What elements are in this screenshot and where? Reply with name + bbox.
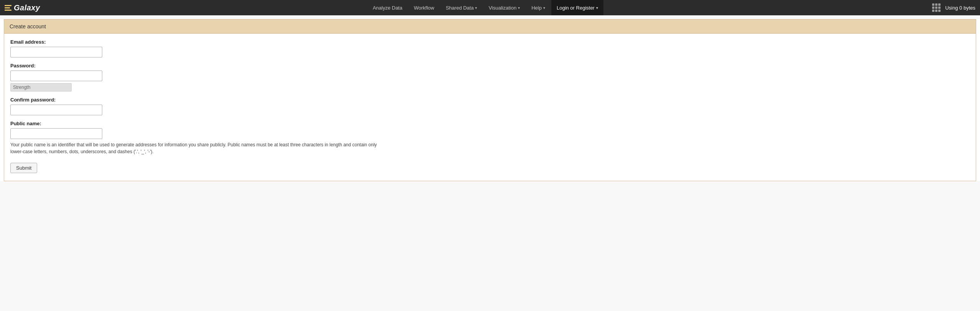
nav-login-register-label: Login or Register <box>557 5 595 11</box>
create-account-title: Create account <box>10 23 46 29</box>
confirm-password-input[interactable] <box>10 105 102 115</box>
public-name-label: Public name: <box>10 121 970 126</box>
nav-workflow-label: Workflow <box>414 5 434 11</box>
email-input[interactable] <box>10 47 102 57</box>
help-dropdown-icon: ▾ <box>543 6 545 10</box>
confirm-password-label: Confirm password: <box>10 97 970 103</box>
storage-usage: Using 0 bytes <box>945 5 975 11</box>
password-strength-label: Strength <box>13 85 30 90</box>
navbar-nav: Analyze Data Workflow Shared Data ▾ Visu… <box>40 0 931 15</box>
shared-data-dropdown-icon: ▾ <box>475 6 477 10</box>
nav-visualization-label: Visualization <box>488 5 516 11</box>
navbar-logo-section: Galaxy <box>5 3 40 12</box>
email-group: Email address: <box>10 39 970 57</box>
nav-help[interactable]: Help ▾ <box>526 0 551 15</box>
create-account-header: Create account <box>4 20 976 34</box>
navbar: Galaxy Analyze Data Workflow Shared Data… <box>0 0 980 15</box>
navbar-right-section: Using 0 bytes <box>931 2 975 13</box>
main-content: Create account Email address: Password: … <box>0 19 980 181</box>
create-account-panel: Create account Email address: Password: … <box>4 19 976 181</box>
password-label: Password: <box>10 63 970 69</box>
email-label: Email address: <box>10 39 970 45</box>
nav-shared-data-label: Shared Data <box>446 5 474 11</box>
nav-login-register[interactable]: Login or Register ▾ <box>551 0 603 15</box>
password-strength-bar: Strength <box>10 83 72 92</box>
nav-analyze-data[interactable]: Analyze Data <box>367 0 408 15</box>
galaxy-logo[interactable]: Galaxy <box>5 3 40 12</box>
confirm-password-group: Confirm password: <box>10 97 970 115</box>
submit-button[interactable]: Submit <box>10 163 37 173</box>
public-name-group: Public name: Your public name is an iden… <box>10 121 970 155</box>
nav-visualization[interactable]: Visualization ▾ <box>483 0 525 15</box>
app-grid-icon[interactable] <box>931 2 942 13</box>
public-name-hint: Your public name is an identifier that w… <box>10 141 386 155</box>
nav-shared-data[interactable]: Shared Data ▾ <box>440 0 482 15</box>
visualization-dropdown-icon: ▾ <box>518 6 520 10</box>
logo-bars-icon <box>5 5 11 11</box>
nav-help-label: Help <box>531 5 542 11</box>
nav-workflow[interactable]: Workflow <box>408 0 439 15</box>
nav-analyze-data-label: Analyze Data <box>373 5 402 11</box>
galaxy-title: Galaxy <box>14 3 40 12</box>
password-group: Password: Strength <box>10 63 970 92</box>
login-register-dropdown-icon: ▾ <box>596 6 598 10</box>
password-input[interactable] <box>10 70 102 81</box>
public-name-input[interactable] <box>10 128 102 139</box>
form-body: Email address: Password: Strength Confir… <box>4 34 976 181</box>
